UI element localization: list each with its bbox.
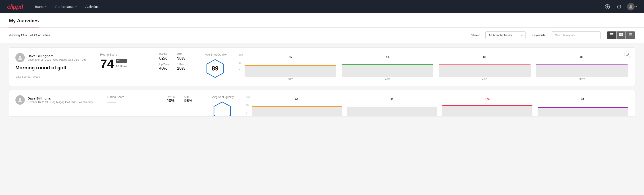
chart-bar-label-top: 90 — [386, 56, 389, 59]
chart-bar-container — [439, 59, 530, 77]
shot-quality-chart: 100 50 0 94 OTT — [246, 95, 628, 116]
refresh-button[interactable] — [616, 3, 622, 10]
activity-type-select[interactable]: All Activity Types Round Practice — [485, 32, 526, 39]
compact-view-button[interactable] — [626, 31, 635, 39]
user-profile-button[interactable]: ▾ — [627, 3, 637, 10]
card-divider — [159, 94, 159, 113]
navbar: clippd Teams ▾ Performance ▾ Activities — [0, 0, 644, 14]
view-mode-buttons — [607, 31, 635, 39]
stat-label: Up/Down — [159, 63, 173, 66]
search-input[interactable] — [552, 32, 601, 39]
activity-title: Morning round of golf — [16, 65, 86, 71]
svg-point-15 — [19, 98, 21, 100]
grid-view-button[interactable] — [616, 31, 626, 39]
round-score-section: Round Score 74 +4 18 Holes — [100, 53, 145, 72]
activity-card: Dave Billingham October 16, 2021 · Gog M… — [9, 90, 635, 116]
chart-bar-container — [442, 102, 532, 116]
add-button[interactable] — [604, 3, 611, 10]
stats-grid: FW Hit 43% GIR 56% — [166, 95, 198, 103]
svg-marker-16 — [214, 102, 230, 116]
chart-y-label-0: 0 — [239, 69, 243, 72]
nav-teams[interactable]: Teams ▾ — [34, 0, 47, 14]
svg-rect-8 — [622, 35, 623, 36]
chart-bar-app: 92 APP — [347, 98, 437, 116]
avatar — [16, 95, 25, 105]
data-source: Data Source: Arccos — [16, 75, 86, 78]
score-badge: +4 — [116, 59, 127, 63]
chart-bar-fill — [536, 64, 628, 77]
stat-value: 50% — [177, 56, 190, 61]
nav-performance[interactable]: Performance ▾ — [54, 0, 78, 14]
stat-updown: Up/Down 43% — [159, 63, 173, 71]
round-score-section: Round Score — [107, 95, 152, 104]
activity-type-select-wrapper[interactable]: All Activity Types Round Practice — [485, 32, 526, 39]
avg-quality-section: Avg Shot Quality — [212, 95, 239, 116]
chart-bar-app: 90 APP — [342, 56, 433, 80]
viewing-text: Viewing 12 out of 29 Activities — [9, 34, 50, 37]
card-user-info: Dave Billingham December 05, 2021 · Gog … — [16, 53, 86, 78]
chart-bar-label-top: 87 — [581, 98, 584, 101]
list-view-button[interactable] — [607, 31, 616, 39]
chart-bar-container — [342, 59, 433, 77]
chart-bar-label-top: 106 — [485, 98, 490, 101]
user-row: Dave Billingham October 16, 2021 · Gog M… — [16, 95, 93, 105]
round-score-value: 74 — [100, 58, 114, 70]
edit-button[interactable] — [624, 51, 631, 58]
stat-fw-hit: FW Hit 62% — [159, 53, 173, 61]
card-divider — [100, 94, 100, 113]
keywords-label: Keywords: — [532, 34, 546, 37]
chart-bar-label-top: 85 — [289, 56, 292, 59]
chart-bar-label-bottom: APP — [385, 78, 390, 80]
svg-point-13 — [19, 56, 21, 58]
stat-1putt: 1 Putt 28% — [177, 63, 190, 71]
chart-bar-arg: 106 ARG — [442, 98, 532, 116]
svg-rect-4 — [610, 36, 614, 36]
avg-quality-label: Avg Shot Quality — [212, 95, 234, 98]
chart-y-label-50: 50 — [246, 104, 250, 106]
activity-card: Dave Billingham December 05, 2021 · Gog … — [9, 47, 635, 86]
viewing-total: 29 — [34, 34, 37, 37]
round-score-row — [107, 100, 152, 103]
stat-fw-hit: FW Hit 43% — [166, 95, 180, 103]
stats-grid: FW Hit 62% GIR 50% Up/Down 43% 1 Putt 28… — [159, 53, 190, 71]
user-name: Dave Billingham — [28, 54, 86, 58]
nav-performance-label: Performance — [55, 5, 74, 8]
stat-value: 43% — [159, 66, 173, 71]
chart-bar-label-top: 89 — [580, 56, 583, 59]
holes-label: 18 Holes — [116, 64, 127, 68]
nav-teams-chevron-icon: ▾ — [45, 5, 46, 8]
app-logo[interactable]: clippd — [7, 3, 23, 10]
user-row: Dave Billingham December 05, 2021 · Gog … — [16, 53, 86, 62]
chart-y-label-50: 50 — [239, 62, 243, 64]
user-name: Dave Billingham — [28, 96, 93, 100]
chart-bar-label-bottom: PUTT — [578, 78, 585, 80]
avatar — [16, 53, 25, 62]
chart-bar-fill — [439, 64, 530, 77]
svg-rect-2 — [610, 33, 614, 34]
card-divider — [93, 51, 93, 82]
page-header: My Activities — [0, 14, 644, 28]
svg-rect-12 — [628, 36, 632, 36]
hex-score-value: 89 — [212, 65, 218, 72]
chart-bar-label-bottom: OTT — [288, 78, 293, 80]
card-divider — [198, 51, 198, 82]
avg-quality-label: Avg Shot Quality — [205, 53, 227, 56]
chart-bar-fill — [342, 64, 433, 77]
stat-value: 43% — [166, 98, 180, 103]
chart-bar-container — [538, 102, 628, 116]
chart-bar-ott: 94 OTT — [252, 98, 342, 116]
svg-rect-11 — [628, 35, 632, 36]
activities-list: Dave Billingham December 05, 2021 · Gog … — [0, 43, 644, 121]
chart-bars: 94 OTT 92 — [251, 96, 628, 116]
nav-activities[interactable]: Activities — [84, 0, 100, 14]
card-divider — [205, 94, 205, 113]
chart-bar-ott: 85 OTT — [244, 56, 336, 80]
round-score-label: Round Score — [107, 95, 152, 98]
page-title-row: My Activities — [9, 14, 635, 28]
stat-gir: GIR 50% — [177, 53, 190, 61]
chart-bar-putt: 89 PUTT — [536, 56, 628, 80]
toolbar: Viewing 12 out of 29 Activities Show: Al… — [0, 28, 644, 43]
user-details: Dave Billingham October 16, 2021 · Gog M… — [28, 96, 93, 104]
chart-bar-label-bottom: ARG — [482, 78, 487, 80]
chart-y-labels: 100 50 0 — [246, 96, 250, 114]
